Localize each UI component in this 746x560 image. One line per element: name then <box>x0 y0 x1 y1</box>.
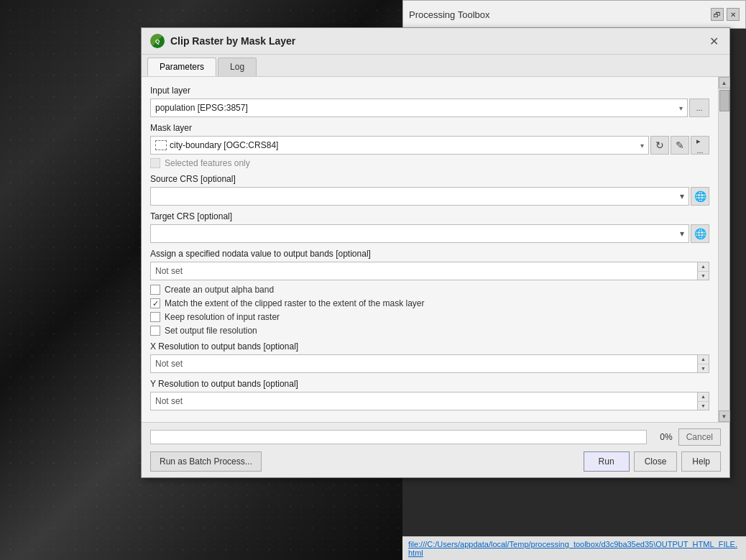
source-crs-select[interactable]: ▾ <box>150 187 689 206</box>
processing-toolbox-panel: Processing Toolbox 🗗 ✕ <box>402 0 746 29</box>
nodata-label: Assign a specified nodata value to outpu… <box>150 249 709 259</box>
x-resolution-input[interactable]: Not set <box>150 354 698 373</box>
set-output-file-resolution-row: Set output file resolution <box>150 326 709 336</box>
target-crs-globe-button[interactable]: 🌐 <box>691 224 709 243</box>
y-resolution-row: Not set ▲ ▼ <box>150 392 709 410</box>
nodata-spinbox-buttons: ▲ ▼ <box>698 262 709 280</box>
output-html-link[interactable]: file:///C:/Users/appdata/local/Temp/proc… <box>408 540 737 557</box>
source-crs-label: Source CRS [optional] <box>150 174 709 184</box>
dialog-footer: 0% Cancel Run as Batch Process... Run Cl… <box>142 422 729 477</box>
match-extent-label: Match the extent of the clipped raster t… <box>165 298 425 308</box>
dialog-content: Input layer population [EPSG:3857] ▾ ...… <box>142 77 729 422</box>
parameters-panel: Input layer population [EPSG:3857] ▾ ...… <box>142 77 718 422</box>
progress-row: 0% Cancel <box>150 428 721 446</box>
action-buttons-row: Run as Batch Process... Run Close Help <box>150 451 721 472</box>
mask-layer-edit-button[interactable]: ✎ <box>671 136 689 155</box>
source-crs-chevron-icon: ▾ <box>680 191 684 201</box>
create-alpha-band-label: Create an output alpha band <box>165 285 274 295</box>
selected-features-row: Selected features only <box>150 158 709 168</box>
mask-layer-select[interactable]: city-boundary [OGC:CRS84] ▾ <box>150 136 649 155</box>
source-crs-globe-button[interactable]: 🌐 <box>691 187 709 206</box>
nodata-value: Not set <box>155 266 183 276</box>
match-extent-checkbox[interactable] <box>150 298 160 308</box>
help-button[interactable]: Help <box>681 451 721 472</box>
nodata-spin-down-button[interactable]: ▼ <box>698 272 709 280</box>
toolbox-restore-button[interactable]: 🗗 <box>711 8 724 21</box>
x-resolution-value: Not set <box>155 359 183 369</box>
action-buttons-right: Run Close Help <box>584 451 721 472</box>
nodata-row: Not set ▲ ▼ <box>150 262 709 280</box>
processing-toolbox-title: Processing Toolbox <box>409 9 490 20</box>
nodata-input[interactable]: Not set <box>150 262 698 280</box>
x-resolution-row: Not set ▲ ▼ <box>150 354 709 373</box>
input-layer-label: Input layer <box>150 86 709 96</box>
selected-features-label: Selected features only <box>165 158 250 168</box>
x-resolution-spinbox-buttons: ▲ ▼ <box>698 354 709 373</box>
target-crs-row: ▾ 🌐 <box>150 224 709 243</box>
create-alpha-band-checkbox[interactable] <box>150 285 160 295</box>
y-resolution-value: Not set <box>155 396 183 406</box>
x-resolution-spin-up-button[interactable]: ▲ <box>698 355 709 364</box>
scrollbar-thumb[interactable] <box>719 90 729 111</box>
input-layer-chevron-icon: ▾ <box>679 104 683 112</box>
selected-features-checkbox[interactable] <box>150 158 160 168</box>
progress-percentage: 0% <box>653 432 673 442</box>
y-resolution-label: Y Resolution to output bands [optional] <box>150 379 709 389</box>
progress-bar <box>150 430 647 444</box>
keep-resolution-label: Keep resolution of input raster <box>165 312 280 322</box>
create-alpha-band-row: Create an output alpha band <box>150 285 709 295</box>
cancel-button[interactable]: Cancel <box>678 428 721 446</box>
dialog-close-button[interactable]: ✕ <box>706 34 721 48</box>
mask-layer-menu-button[interactable]: ▸... <box>691 136 709 155</box>
mask-layer-chevron-icon: ▾ <box>640 142 644 150</box>
close-action-button[interactable]: Close <box>634 451 678 472</box>
y-resolution-input[interactable]: Not set <box>150 392 698 410</box>
mask-layer-value: city-boundary [OGC:CRS84] <box>170 140 637 150</box>
qgis-logo-icon: Q <box>150 34 165 48</box>
match-extent-row: Match the extent of the clipped raster t… <box>150 298 709 308</box>
scrollbar-down-button[interactable]: ▼ <box>719 410 730 422</box>
mask-layer-icon <box>155 140 167 150</box>
params-scrollbar[interactable]: ▲ ▼ <box>718 77 729 422</box>
run-button[interactable]: Run <box>584 451 630 472</box>
y-resolution-spinbox-buttons: ▲ ▼ <box>698 392 709 410</box>
keep-resolution-checkbox[interactable] <box>150 312 160 322</box>
target-crs-label: Target CRS [optional] <box>150 211 709 221</box>
input-layer-value: population [EPSG:3857] <box>155 103 248 113</box>
batch-process-button[interactable]: Run as Batch Process... <box>150 451 262 472</box>
target-crs-chevron-icon: ▾ <box>680 229 684 239</box>
clip-raster-dialog: Q Clip Raster by Mask Layer ✕ Parameters… <box>141 27 730 478</box>
toolbox-window-controls: 🗗 ✕ <box>711 8 740 21</box>
target-crs-select[interactable]: ▾ <box>150 224 689 243</box>
dialog-title: Clip Raster by Mask Layer <box>170 35 295 47</box>
x-resolution-spin-down-button[interactable]: ▼ <box>698 364 709 373</box>
mask-layer-row: city-boundary [OGC:CRS84] ▾ ↻ ✎ ▸... <box>150 136 709 155</box>
dialog-tabs: Parameters Log <box>142 55 729 77</box>
x-resolution-label: X Resolution to output bands [optional] <box>150 341 709 352</box>
set-output-resolution-checkbox[interactable] <box>150 326 160 336</box>
nodata-spin-up-button[interactable]: ▲ <box>698 262 709 272</box>
source-crs-row: ▾ 🌐 <box>150 187 709 206</box>
toolbox-close-button[interactable]: ✕ <box>727 8 740 21</box>
keep-resolution-row: Keep resolution of input raster <box>150 312 709 322</box>
y-resolution-spin-down-button[interactable]: ▼ <box>698 402 709 410</box>
set-output-resolution-label: Set output file resolution <box>165 326 257 336</box>
input-layer-ellipsis-button[interactable]: ... <box>689 98 709 117</box>
y-resolution-spin-up-button[interactable]: ▲ <box>698 393 709 402</box>
input-layer-select[interactable]: population [EPSG:3857] ▾ <box>150 98 688 117</box>
input-layer-row: population [EPSG:3857] ▾ ... <box>150 98 709 117</box>
mask-layer-label: Mask layer <box>150 123 709 133</box>
mask-layer-refresh-button[interactable]: ↻ <box>650 136 669 155</box>
dialog-titlebar: Q Clip Raster by Mask Layer ✕ <box>142 28 729 55</box>
tab-log[interactable]: Log <box>218 58 257 76</box>
bottom-link-bar: file:///C:/Users/appdata/local/Temp/proc… <box>402 536 746 560</box>
scrollbar-up-button[interactable]: ▲ <box>719 77 730 88</box>
dialog-title-left: Q Clip Raster by Mask Layer <box>150 34 295 48</box>
tab-parameters[interactable]: Parameters <box>147 58 216 76</box>
